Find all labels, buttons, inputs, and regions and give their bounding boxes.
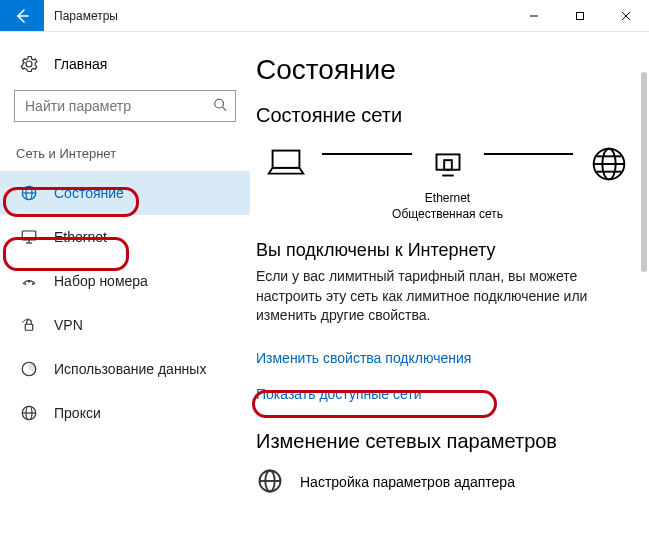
svg-rect-21 (273, 151, 300, 168)
section-net-status: Состояние сети (256, 104, 639, 127)
minimize-icon (529, 11, 539, 21)
network-diagram (256, 141, 639, 187)
svg-rect-23 (444, 160, 452, 170)
svg-rect-22 (436, 154, 459, 169)
nav-item-status[interactable]: Состояние (0, 171, 250, 215)
adapter-settings-row[interactable]: Настройка параметров адаптера (256, 467, 639, 498)
connected-description: Если у вас лимитный тарифный план, вы мо… (256, 267, 639, 326)
titlebar: Параметры (0, 0, 649, 32)
svg-point-13 (24, 283, 26, 285)
gear-icon (20, 55, 38, 73)
diagram-pc (256, 141, 316, 187)
svg-rect-2 (577, 12, 584, 19)
search-input[interactable] (15, 91, 235, 121)
diagram-router (418, 141, 478, 187)
adapter-settings-label: Настройка параметров адаптера (300, 474, 515, 490)
nav-item-dialup[interactable]: Набор номера (0, 259, 250, 303)
home-button[interactable]: Главная (0, 44, 250, 84)
svg-rect-16 (25, 324, 33, 330)
scrollbar[interactable] (641, 72, 647, 272)
section-change-params: Изменение сетевых параметров (256, 430, 639, 453)
adapter-icon (256, 467, 284, 498)
diagram-middle-label: Ethernet (256, 191, 639, 207)
nav-item-label: Ethernet (54, 229, 107, 245)
close-button[interactable] (603, 0, 649, 31)
arrow-left-icon (14, 8, 30, 24)
diagram-middle-sub: Общественная сеть (256, 207, 639, 223)
nav-item-label: Использование данных (54, 361, 206, 377)
status-icon (20, 184, 38, 202)
ethernet-icon (20, 228, 38, 246)
nav-item-vpn[interactable]: VPN (0, 303, 250, 347)
svg-point-15 (32, 283, 34, 285)
proxy-icon (20, 404, 38, 422)
nav-item-proxy[interactable]: Прокси (0, 391, 250, 435)
nav-item-label: Прокси (54, 405, 101, 421)
diagram-labels: Ethernet Общественная сеть (256, 191, 639, 222)
router-icon (425, 141, 471, 187)
nav-item-ethernet[interactable]: Ethernet (0, 215, 250, 259)
connected-heading: Вы подключены к Интернету (256, 240, 639, 261)
close-icon (621, 11, 631, 21)
nav-item-label: VPN (54, 317, 83, 333)
search-input-wrap[interactable] (14, 90, 236, 122)
svg-point-5 (215, 99, 224, 108)
laptop-icon (263, 141, 309, 187)
nav-item-datausage[interactable]: Использование данных (0, 347, 250, 391)
maximize-icon (575, 11, 585, 21)
category-label: Сеть и Интернет (0, 136, 250, 169)
diagram-globe (579, 141, 639, 187)
minimize-button[interactable] (511, 0, 557, 31)
page-title: Состояние (256, 54, 639, 86)
svg-point-14 (28, 281, 30, 283)
content-area: Состояние Состояние сети Ethernet Общест… (250, 32, 649, 534)
globe-icon (586, 141, 632, 187)
nav-list: Состояние Ethernet Набор номера VPN (0, 169, 250, 435)
back-button[interactable] (0, 0, 44, 31)
diagram-link-2 (484, 153, 574, 155)
dialup-icon (20, 272, 38, 290)
link-change-connection-props[interactable]: Изменить свойства подключения (256, 350, 471, 366)
search-icon (213, 98, 227, 115)
diagram-link-1 (322, 153, 412, 155)
svg-rect-10 (22, 231, 36, 240)
datausage-icon (20, 360, 38, 378)
nav-item-label: Набор номера (54, 273, 148, 289)
maximize-button[interactable] (557, 0, 603, 31)
window-controls (511, 0, 649, 31)
home-label: Главная (54, 56, 107, 72)
sidebar: Главная Сеть и Интернет Состояние (0, 32, 250, 534)
link-show-available-networks[interactable]: Показать доступные сети (256, 386, 422, 402)
window-title: Параметры (44, 0, 511, 31)
svg-line-6 (223, 107, 227, 111)
nav-item-label: Состояние (54, 185, 124, 201)
vpn-icon (20, 316, 38, 334)
